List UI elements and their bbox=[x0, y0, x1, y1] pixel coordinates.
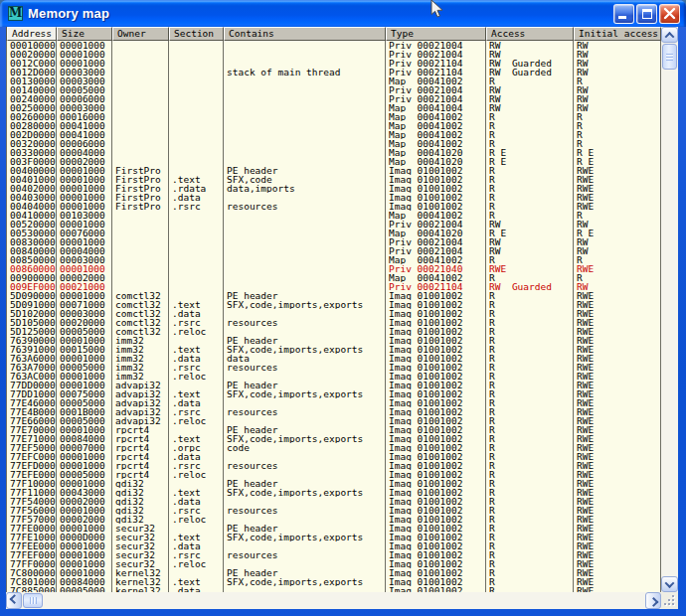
cell-section bbox=[169, 130, 224, 139]
table-row[interactable]: 0040100000001000FirstPro.textSFX,codeIma… bbox=[7, 175, 661, 184]
column-header-size[interactable]: Size bbox=[57, 27, 112, 41]
table-row[interactable]: 0001000000001000Priv 00021004RWRW bbox=[7, 41, 661, 50]
table-row[interactable]: 77EFD00000001000rpcrt4.rsrcresourcesImag… bbox=[7, 461, 661, 470]
scroll-left-button[interactable] bbox=[6, 592, 22, 609]
table-row[interactable]: 0084000000004000Priv 00021004RWRW bbox=[7, 246, 661, 255]
cell-initial_access: RW bbox=[574, 68, 661, 77]
table-row[interactable]: 77FE000000001000secur32PE headerImag 010… bbox=[7, 524, 661, 533]
table-row[interactable]: 0085000000003000Map 00041002RR bbox=[7, 255, 661, 264]
table-row[interactable]: 0025000000003000Map 00041004RWRW bbox=[7, 103, 661, 112]
cell-initial_access: R E bbox=[574, 157, 661, 166]
table-row[interactable]: 77F1100000043000gdi32.textSFX,code,impor… bbox=[7, 488, 661, 497]
table-row[interactable]: 0052000000001000Priv 00021004RWRW bbox=[7, 220, 661, 229]
vertical-scrollbar[interactable] bbox=[661, 27, 678, 592]
column-header-type[interactable]: Type bbox=[386, 27, 486, 41]
table-row[interactable]: 0086000000001000Priv 00021040RWERWE bbox=[7, 264, 661, 273]
cell-section bbox=[169, 77, 224, 85]
titlebar-buttons bbox=[613, 4, 680, 24]
table-row[interactable]: 0028000000041000Map 00041002RR bbox=[7, 121, 661, 130]
table-row[interactable]: 0040000000001000FirstProPE headerImag 01… bbox=[7, 166, 661, 175]
table-row[interactable]: 0053000000076000Map 00041020R ER E bbox=[7, 229, 661, 237]
table-row[interactable]: 763A700000005000imm32.rsrcresourcesImag … bbox=[7, 363, 661, 372]
minimize-button[interactable] bbox=[613, 4, 634, 24]
table-row[interactable]: 77E7000000001000rpcrt4PE headerImag 0100… bbox=[7, 425, 661, 434]
table-row[interactable]: 002D000000041000Map 00041002RR bbox=[7, 130, 661, 139]
table-row[interactable]: 77FE10000000D000secur32.textSFX,code,imp… bbox=[7, 533, 661, 541]
table-row[interactable]: 0083000000001000Priv 00021004RWRW bbox=[7, 237, 661, 246]
table-row[interactable]: 0090000000002000Map 00041002RR bbox=[7, 273, 661, 282]
table-row[interactable]: 0032000000006000Map 00041002RR bbox=[7, 139, 661, 148]
table-row[interactable]: 77F1000000001000gdi32PE headerImag 01001… bbox=[7, 479, 661, 488]
table-row[interactable]: 0026000000016000Map 00041002RR bbox=[7, 112, 661, 121]
table-row[interactable]: 77EF500000007000rpcrt4.orpccodeImag 0100… bbox=[7, 443, 661, 452]
maximize-button[interactable] bbox=[636, 4, 657, 24]
table-row[interactable]: 0014000000005000Priv 00021004RWRW bbox=[7, 85, 661, 94]
scroll-down-button[interactable] bbox=[661, 576, 678, 592]
table-row[interactable]: 77F5700000002000gdi32.relocImag 01001002… bbox=[7, 515, 661, 524]
table-row[interactable]: 009EF00000021000Priv 00021104RW GuardedR… bbox=[7, 282, 661, 291]
vertical-scroll-thumb[interactable] bbox=[662, 44, 677, 70]
table-row[interactable]: 7639000000001000imm32PE headerImag 01001… bbox=[7, 336, 661, 345]
horizontal-scrollbar[interactable] bbox=[6, 592, 661, 609]
cell-access: R bbox=[486, 336, 574, 345]
table-row[interactable]: 763AC00000001000imm32.relocImag 01001002… bbox=[7, 372, 661, 381]
cell-type: Imag 01001002 bbox=[386, 398, 486, 407]
column-header-initial_access[interactable]: Initial access bbox=[574, 27, 661, 41]
cell-section bbox=[169, 425, 224, 434]
table-row[interactable]: 77DD000000001000advapi32PE headerImag 01… bbox=[7, 381, 661, 389]
table-row[interactable]: 77E6600000005000advapi32.relocImag 01001… bbox=[7, 416, 661, 425]
table-row[interactable]: 5D09000000001000comctl32PE headerImag 01… bbox=[7, 291, 661, 300]
cell-section bbox=[169, 148, 224, 157]
cell-section: .data bbox=[169, 398, 224, 407]
table-row[interactable]: 7C80100000084000kernel32.textSFX,code,im… bbox=[7, 577, 661, 586]
table-row[interactable]: 0024000000006000Priv 00021004RWRW bbox=[7, 94, 661, 103]
table-row[interactable]: 77FEE00000001000secur32.dataImag 0100100… bbox=[7, 541, 661, 550]
table-row[interactable]: 77EFE00000005000rpcrt4.relocImag 0100100… bbox=[7, 470, 661, 479]
scroll-right-button[interactable] bbox=[645, 592, 661, 609]
cell-contains: resources bbox=[224, 202, 386, 211]
table-row[interactable]: 0012C00000001000Priv 00021104RW GuardedR… bbox=[7, 59, 661, 68]
table-row[interactable]: 77FF000000001000secur32.relocImag 010010… bbox=[7, 559, 661, 568]
titlebar[interactable]: M Memory map bbox=[0, 0, 686, 27]
cell-size: 00001000 bbox=[57, 166, 112, 175]
resize-grip-corner[interactable] bbox=[661, 592, 678, 609]
column-header-access[interactable]: Access bbox=[486, 27, 574, 41]
table-row[interactable]: 003F000000002000Map 00041020R ER E bbox=[7, 157, 661, 166]
close-button[interactable] bbox=[659, 4, 680, 24]
column-header-contains[interactable]: Contains bbox=[224, 27, 386, 41]
table-row[interactable]: 0041000000103000Map 00041002RR bbox=[7, 211, 661, 220]
cell-owner: imm32 bbox=[112, 354, 169, 363]
cell-type: Map 00041020 bbox=[386, 157, 486, 166]
cell-size: 00076000 bbox=[57, 229, 112, 237]
table-row[interactable]: 0002000000001000Priv 00021004RWRW bbox=[7, 50, 661, 59]
table-row[interactable]: 77E4B0000001B000advapi32.rsrcresourcesIm… bbox=[7, 407, 661, 416]
table-row[interactable]: 5D10500000020000comctl32.rsrcresourcesIm… bbox=[7, 318, 661, 327]
table-row[interactable]: 0040300000001000FirstPro.dataImag 010010… bbox=[7, 193, 661, 202]
table-row[interactable]: 5D09100000071000comctl32.textSFX,code,im… bbox=[7, 300, 661, 309]
scroll-up-button[interactable] bbox=[661, 27, 678, 43]
header-row: AddressSizeOwnerSectionContainsTypeAcces… bbox=[6, 27, 661, 41]
table-row[interactable]: 0033000000004000Map 00041020R ER E bbox=[7, 148, 661, 157]
table-row[interactable]: 77E7100000084000rpcrt4.textSFX,code,impo… bbox=[7, 434, 661, 443]
column-header-address[interactable]: Address bbox=[7, 27, 57, 41]
table-row[interactable]: 7639100000015000imm32.textSFX,code,impor… bbox=[7, 345, 661, 354]
table-row[interactable]: 0013000000003000Map 00041002RR bbox=[7, 77, 661, 85]
table-row[interactable]: 77EFC00000001000rpcrt4.dataImag 01001002… bbox=[7, 452, 661, 461]
table-row[interactable]: 77DD100000075000advapi32.textSFX,code,im… bbox=[7, 389, 661, 398]
cell-owner: FirstPro bbox=[112, 202, 169, 211]
table-row[interactable]: 5D10200000003000comctl32.dataImag 010010… bbox=[7, 309, 661, 318]
table-row[interactable]: 77FEF00000001000secur32.rsrcresourcesIma… bbox=[7, 550, 661, 559]
table-row[interactable]: 763A600000001000imm32.datadataImag 01001… bbox=[7, 354, 661, 363]
horizontal-scroll-thumb[interactable] bbox=[23, 593, 43, 608]
column-header-owner[interactable]: Owner bbox=[112, 27, 169, 41]
table-row[interactable]: 0040400000001000FirstPro.rsrcresourcesIm… bbox=[7, 202, 661, 211]
table-row[interactable]: 7C80000000001000kernel32PE headerImag 01… bbox=[7, 568, 661, 577]
table-row[interactable]: 0012D00000003000stack of main threadPriv… bbox=[7, 68, 661, 77]
cell-size: 00084000 bbox=[57, 577, 112, 586]
column-header-section[interactable]: Section bbox=[169, 27, 224, 41]
table-row[interactable]: 77F5400000002000gdi32.dataImag 01001002R… bbox=[7, 497, 661, 506]
table-row[interactable]: 5D12500000005000comctl32.relocImag 01001… bbox=[7, 327, 661, 336]
table-row[interactable]: 77F5600000001000gdi32.rsrcresourcesImag … bbox=[7, 506, 661, 515]
table-row[interactable]: 0040200000001000FirstPro.rdatadata,impor… bbox=[7, 184, 661, 193]
table-row[interactable]: 77E4600000005000advapi32.dataImag 010010… bbox=[7, 398, 661, 407]
